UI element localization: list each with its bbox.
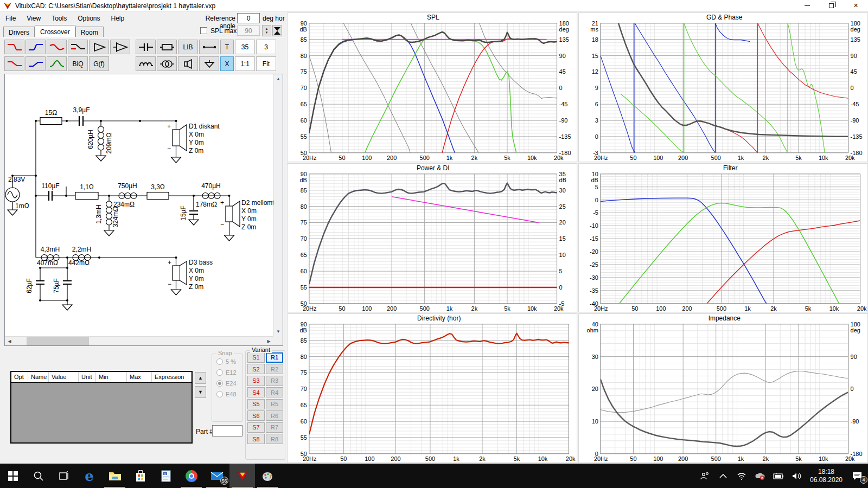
tray-overflow-button[interactable] [714, 464, 732, 488]
action-center-button[interactable]: 4 [846, 464, 868, 488]
variant-r8-button[interactable]: R8 [266, 434, 283, 444]
scroll-up-icon[interactable]: ▲ [274, 74, 283, 84]
inductor-620uH[interactable] [98, 126, 104, 150]
driver-d1-diskant[interactable] [173, 125, 187, 151]
clock[interactable]: 18:1806.08.2020 [806, 464, 846, 488]
spl-max-input[interactable] [237, 25, 260, 36]
lowpass-filter-button[interactable] [4, 40, 24, 54]
scroll-down-icon[interactable]: ▼ [274, 327, 283, 336]
onedrive-button[interactable] [751, 464, 769, 488]
parameter-table[interactable]: OptNameValueUnitMinMaxExpression [10, 371, 193, 444]
shelf-filter-button[interactable] [68, 40, 88, 54]
search-button[interactable] [25, 464, 51, 488]
schematic-canvas[interactable]: 15Ω 3,9µF 620µH 209mΩ + − D1 diskant X 0… [5, 74, 273, 336]
grid-35-button[interactable]: 35 [235, 40, 255, 54]
grid-3-button[interactable]: 3 [256, 40, 276, 54]
text-tool-button[interactable]: T [220, 40, 234, 54]
variant-s8-button[interactable]: S8 [247, 434, 265, 444]
edge-button[interactable]: e [76, 464, 102, 488]
highpass-filter-button[interactable] [25, 40, 46, 54]
store-button[interactable] [127, 464, 153, 488]
menu-view[interactable]: View [21, 12, 46, 24]
driver-d3-bass[interactable] [173, 261, 187, 285]
gf-button[interactable]: G(f) [89, 56, 109, 71]
hourglass-button[interactable] [272, 25, 282, 36]
resistor-15ohm[interactable] [40, 118, 62, 125]
inductor-button[interactable] [136, 56, 156, 71]
variant-r4-button[interactable]: R4 [266, 387, 283, 397]
variant-s4-button[interactable]: S4 [247, 387, 265, 397]
column-header-unit[interactable]: Unit [79, 372, 96, 382]
resistor-1_1ohm[interactable] [75, 192, 98, 200]
part-number-input[interactable] [212, 425, 242, 436]
highshelf-button[interactable] [25, 56, 46, 71]
capacitor-button[interactable] [136, 40, 156, 54]
people-button[interactable] [695, 464, 714, 488]
column-header-max[interactable]: Max [127, 372, 152, 382]
peak-eq-button[interactable] [47, 56, 67, 71]
tab-drivers[interactable]: Drivers [3, 27, 35, 37]
tab-crossover[interactable]: Crossover [35, 25, 75, 37]
wire-button[interactable] [199, 40, 219, 54]
move-up-button[interactable]: ▲ [195, 372, 206, 384]
column-header-opt[interactable]: Opt [11, 372, 28, 382]
signal-source[interactable] [5, 188, 20, 202]
variant-s5-button[interactable]: S5 [247, 399, 265, 409]
delete-mode-button[interactable]: X [220, 56, 234, 71]
reference-angle-input[interactable] [237, 13, 260, 23]
column-header-value[interactable]: Value [49, 372, 79, 382]
library-button[interactable]: LIB [178, 40, 198, 54]
file-explorer-button[interactable] [102, 464, 127, 488]
menu-help[interactable]: Help [106, 12, 130, 24]
spl-max-checkbox[interactable] [200, 27, 207, 34]
battery-button[interactable] [769, 464, 788, 488]
variant-r1-button[interactable]: R1 [266, 352, 283, 363]
resistor-3_3ohm[interactable] [147, 192, 169, 200]
vituixcad-taskbar-button[interactable] [229, 464, 255, 488]
ground-button[interactable] [199, 56, 219, 71]
volume-button[interactable] [788, 464, 806, 488]
speaker-button[interactable] [178, 56, 198, 71]
variant-s2-button[interactable]: S2 [247, 364, 265, 374]
driver-d2-mellomtone[interactable] [226, 201, 240, 227]
variant-s3-button[interactable]: S3 [247, 376, 265, 386]
variant-r7-button[interactable]: R7 [266, 422, 283, 433]
scroll-left-icon[interactable]: ◀ [5, 337, 14, 346]
wordpad-button[interactable]: A [153, 464, 178, 488]
close-button[interactable]: ✕ [844, 0, 868, 12]
biquad-button[interactable]: BiQ [68, 56, 88, 71]
column-header-min[interactable]: Min [96, 372, 127, 382]
schematic-hscrollbar[interactable]: ◀ ▶ [5, 336, 273, 345]
allpass-filter-button[interactable] [47, 40, 67, 54]
column-header-name[interactable]: Name [28, 372, 49, 382]
mail-button[interactable]: 56 [204, 464, 229, 488]
variant-r5-button[interactable]: R5 [266, 399, 283, 409]
scroll-right-icon[interactable]: ▶ [264, 337, 273, 346]
variant-s7-button[interactable]: S7 [247, 422, 265, 433]
variant-r6-button[interactable]: R6 [266, 410, 283, 421]
zoom-1to1-button[interactable]: 1:1 [235, 56, 255, 71]
buffer-button[interactable] [89, 40, 109, 54]
network-button[interactable] [732, 464, 751, 488]
menu-options[interactable]: Options [72, 12, 105, 24]
lowshelf-button[interactable] [4, 56, 24, 71]
paint-button[interactable] [255, 464, 280, 488]
variant-r3-button[interactable]: R3 [266, 376, 283, 386]
resistor-button[interactable] [157, 40, 177, 54]
task-view-button[interactable] [51, 464, 76, 488]
hscroll-thumb[interactable] [27, 337, 89, 345]
chrome-button[interactable] [178, 464, 204, 488]
transformer-button[interactable] [157, 56, 177, 71]
menu-file[interactable]: File [0, 12, 21, 24]
move-down-button[interactable]: ▼ [195, 386, 206, 398]
variant-r2-button[interactable]: R2 [266, 364, 283, 374]
menu-tools[interactable]: Tools [46, 12, 72, 24]
variant-s1-button[interactable]: S1 [247, 352, 265, 363]
restore-button[interactable] [819, 0, 844, 12]
variant-s6-button[interactable]: S6 [247, 410, 265, 421]
minimize-button[interactable] [795, 0, 819, 12]
zoom-fit-button[interactable]: Fit [256, 56, 276, 71]
spl-max-spinner[interactable]: ▲▼ [262, 25, 271, 36]
tab-room[interactable]: Room [75, 27, 104, 37]
opamp-button[interactable] [110, 40, 130, 54]
